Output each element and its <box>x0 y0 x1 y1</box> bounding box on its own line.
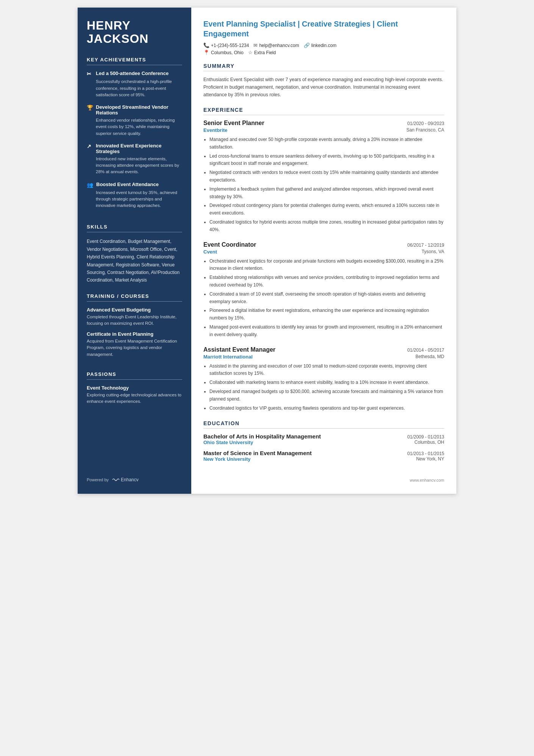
exp-title-2: Event Coordinator <box>203 241 256 248</box>
name-block: HENRY JACKSON <box>87 19 182 45</box>
bullet-2-4: Pioneered a digital initiative for event… <box>209 307 444 322</box>
exp-header-2: Event Coordinator 06/2017 - 12/2019 <box>203 241 444 248</box>
experience-item-1: Senior Event Planner 01/2020 - 09/2023 E… <box>203 120 444 234</box>
training-title: TRAINING / COURSES <box>87 293 182 302</box>
achievement-item-2: 🏆 Developed Streamlined Vendor Relations… <box>87 104 182 137</box>
bullet-1-1: Managed and executed over 50 high-profil… <box>209 136 444 151</box>
achievement-title-4: 👥 Boosted Event Attendance <box>87 182 182 188</box>
exp-bullets-2: Orchestrated event logistics for corpora… <box>203 258 444 339</box>
contact-phone: 📞 +1-(234)-555-1234 <box>203 42 249 48</box>
experience-section: EXPERIENCE Senior Event Planner 01/2020 … <box>203 107 444 412</box>
brand-name: Enhancv <box>121 477 139 482</box>
exp-sub-2: Cvent Tysons, VA <box>203 249 444 255</box>
last-name: JACKSON <box>87 32 148 45</box>
powered-by-label: Powered by <box>87 477 109 482</box>
edu-item-1: Bachelor of Arts in Hospitality Manageme… <box>203 433 444 445</box>
exp-date-2: 06/2017 - 12/2019 <box>408 243 444 248</box>
summary-title: SUMMARY <box>203 63 444 71</box>
main-content: Event Planning Specialist | Creative Str… <box>191 8 456 494</box>
contact-row-2: 📍 Columbus, Ohio ☆ Extra Field <box>203 50 444 55</box>
full-name: HENRY JACKSON <box>87 19 182 45</box>
exp-sub-1: Eventbrite San Francisco, CA <box>203 127 444 133</box>
experience-item-2: Event Coordinator 06/2017 - 12/2019 Cven… <box>203 241 444 339</box>
exp-company-2: Cvent <box>203 249 217 255</box>
achievement-icon-4: 👥 <box>87 182 93 188</box>
bullet-2-1: Orchestrated event logistics for corpora… <box>209 258 444 273</box>
exp-date-3: 01/2014 - 05/2017 <box>408 347 444 353</box>
training-item-1: Advanced Event Budgeting Completed throu… <box>87 307 182 327</box>
achievement-item-4: 👥 Boosted Event Attendance Increased eve… <box>87 182 182 209</box>
contact-email: ✉ help@enhancv.com <box>253 42 299 48</box>
achievement-desc-2: Enhanced vendor relationships, reducing … <box>87 117 182 137</box>
exp-header-3: Assistant Event Manager 01/2014 - 05/201… <box>203 346 444 353</box>
skills-title: SKILLS <box>87 224 182 232</box>
exp-bullets-3: Assisted in the planning and execution o… <box>203 363 444 412</box>
edu-sub-2: New York University New York, NY <box>203 456 444 462</box>
exp-company-1: Eventbrite <box>203 127 228 133</box>
contact-location: 📍 Columbus, Ohio <box>203 50 244 55</box>
bullet-1-5: Developed robust contingency plans for p… <box>209 202 444 217</box>
logo-icon <box>112 477 119 482</box>
edu-location-2: New York, NY <box>416 456 444 462</box>
education-title: EDUCATION <box>203 420 444 429</box>
achievement-desc-3: Introduced new interactive elements, inc… <box>87 156 182 175</box>
edu-header-2: Master of Science in Event Management 01… <box>203 450 444 456</box>
passion-desc-1: Exploring cutting-edge technological adv… <box>87 392 182 405</box>
bullet-2-3: Coordinated a team of 10 event staff, ov… <box>209 291 444 306</box>
achievement-item-1: ✂ Led a 500-attendee Conference Successf… <box>87 70 182 98</box>
exp-location-1: San Francisco, CA <box>406 127 444 133</box>
achievement-icon-2: 🏆 <box>87 105 93 111</box>
edu-date-2: 01/2013 - 01/2015 <box>408 451 444 456</box>
bullet-2-5: Managed post-event evaluations to identi… <box>209 324 444 339</box>
bullet-1-3: Negotiated contracts with vendors to red… <box>209 169 444 184</box>
training-desc-2: Acquired from Event Management Certifica… <box>87 338 182 358</box>
edu-degree-2: Master of Science in Event Management <box>203 450 312 456</box>
bullet-3-1: Assisted in the planning and execution o… <box>209 363 444 378</box>
skills-section: SKILLS Event Coordination, Budget Manage… <box>87 224 182 284</box>
contact-extra: ☆ Extra Field <box>248 50 276 55</box>
enhancv-logo: Enhancv <box>112 477 139 482</box>
bullet-1-4: Implemented a feedback system that gathe… <box>209 186 444 201</box>
sidebar-footer: Powered by Enhancv <box>87 470 182 482</box>
headline: Event Planning Specialist | Creative Str… <box>203 19 444 39</box>
achievement-desc-1: Successfully orchestrated a high-profile… <box>87 78 182 98</box>
linkedin-icon: 🔗 <box>304 42 310 48</box>
passions-section: PASSIONS Event Technology Exploring cutt… <box>87 371 182 405</box>
website-url: www.enhancv.com <box>410 478 444 482</box>
edu-date-1: 01/2009 - 01/2013 <box>408 434 444 440</box>
training-section: TRAINING / COURSES Advanced Event Budget… <box>87 293 182 362</box>
main-footer: www.enhancv.com <box>203 470 444 482</box>
exp-location-3: Bethesda, MD <box>415 354 444 360</box>
passion-title-1: Event Technology <box>87 385 182 391</box>
summary-text: Enthusiastic Event Specialist with over … <box>203 76 444 99</box>
bullet-3-3: Developed and managed budgets up to $200… <box>209 388 444 403</box>
exp-bullets-1: Managed and executed over 50 high-profil… <box>203 136 444 234</box>
summary-section: SUMMARY Enthusiastic Event Specialist wi… <box>203 63 444 99</box>
exp-company-3: Marriott International <box>203 354 253 360</box>
achievement-title-1: ✂ Led a 500-attendee Conference <box>87 70 182 77</box>
edu-sub-1: Ohio State University Columbus, OH <box>203 440 444 445</box>
experience-title: EXPERIENCE <box>203 107 444 115</box>
training-title-2: Certificate in Event Planning <box>87 331 182 337</box>
achievements-title: KEY ACHIEVEMENTS <box>87 57 182 65</box>
bullet-3-4: Coordinated logistics for VIP guests, en… <box>209 405 444 412</box>
exp-header-1: Senior Event Planner 01/2020 - 09/2023 <box>203 120 444 127</box>
training-title-1: Advanced Event Budgeting <box>87 307 182 313</box>
achievement-icon-1: ✂ <box>87 71 93 77</box>
contact-linkedin: 🔗 linkedin.com <box>304 42 337 48</box>
phone-icon: 📞 <box>203 42 209 48</box>
main-header: Event Planning Specialist | Creative Str… <box>203 19 444 55</box>
resume-container: HENRY JACKSON KEY ACHIEVEMENTS ✂ Led a 5… <box>78 8 456 494</box>
exp-title-3: Assistant Event Manager <box>203 346 275 353</box>
achievement-icon-3: ↗ <box>87 143 93 149</box>
exp-sub-3: Marriott International Bethesda, MD <box>203 354 444 360</box>
experience-item-3: Assistant Event Manager 01/2014 - 05/201… <box>203 346 444 412</box>
edu-school-1: Ohio State University <box>203 440 253 445</box>
passions-title: PASSIONS <box>87 371 182 380</box>
training-desc-1: Completed through Event Leadership Insti… <box>87 314 182 327</box>
bullet-1-2: Led cross-functional teams to ensure sea… <box>209 153 444 168</box>
skills-text: Event Coordination, Budget Management, V… <box>87 238 182 284</box>
edu-item-2: Master of Science in Event Management 01… <box>203 450 444 462</box>
email-icon: ✉ <box>253 42 258 48</box>
training-item-2: Certificate in Event Planning Acquired f… <box>87 331 182 358</box>
